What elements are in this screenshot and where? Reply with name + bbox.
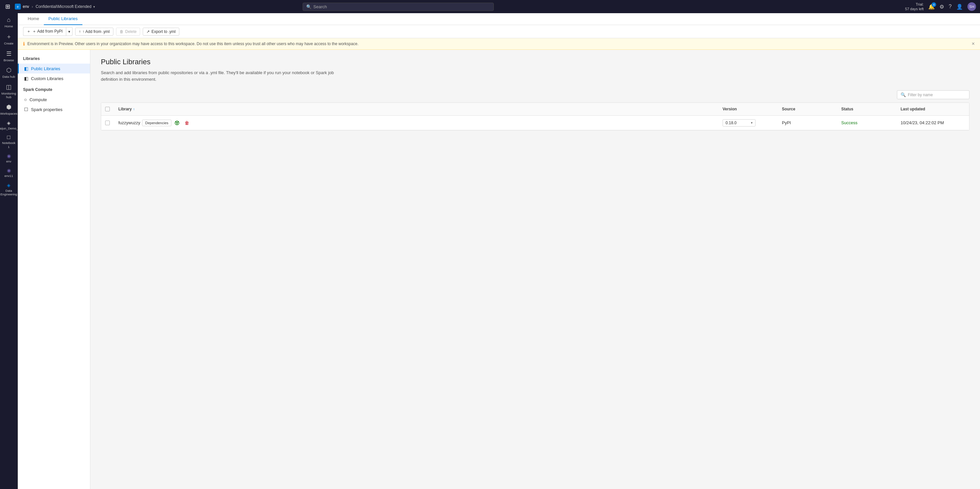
grid-icon[interactable]: ⊞ bbox=[4, 2, 11, 11]
add-from-pypi-button[interactable]: ＋ ＋ Add from PyPI bbox=[23, 27, 66, 36]
top-nav-right: Trial: 57 days left 🔔 4 ⚙ ? 👤 SH bbox=[905, 2, 976, 11]
tab-public-libraries[interactable]: Public Libraries bbox=[44, 13, 83, 25]
export-icon: ↗ bbox=[146, 29, 150, 34]
library-col-label: Library bbox=[118, 107, 132, 111]
search-bar[interactable]: 🔍 bbox=[302, 3, 494, 11]
row-library-cell: fuzzywuzzy Dependencies bbox=[115, 117, 719, 129]
top-navigation: ⊞ e env › Confidential\Microsoft Extende… bbox=[0, 0, 980, 13]
help-icon[interactable]: ? bbox=[949, 4, 951, 10]
page-title: Public Libraries bbox=[101, 58, 969, 66]
custom-libraries-nav-label: Custom Libraries bbox=[31, 76, 63, 81]
row-checkbox[interactable] bbox=[105, 121, 110, 125]
search-input[interactable] bbox=[313, 4, 490, 9]
sidebar-label-workspaces: Workspaces bbox=[0, 112, 17, 115]
delete-button[interactable]: 🗑 Delete bbox=[116, 28, 140, 36]
delete-icon: 🗑 bbox=[120, 29, 124, 34]
select-all-checkbox[interactable] bbox=[105, 107, 110, 111]
nav-item-custom-libraries[interactable]: ◧ Custom Libraries bbox=[18, 73, 90, 83]
row-source-cell: PyPI bbox=[778, 118, 837, 127]
public-libraries-nav-icon: ◧ bbox=[24, 66, 29, 71]
sidebar-label-home: Home bbox=[5, 24, 13, 28]
warning-banner: ℹ Environment is in Preview. Other users… bbox=[18, 38, 980, 50]
sidebar-label-create: Create bbox=[4, 41, 14, 45]
nav-item-compute[interactable]: ○ Compute bbox=[18, 95, 90, 105]
row-actions: Dependencies bbox=[142, 119, 191, 127]
nav-item-public-libraries[interactable]: ◧ Public Libraries bbox=[18, 64, 90, 73]
notification-badge: 4 bbox=[932, 2, 936, 7]
sidebar-label-env11: env11 bbox=[5, 174, 13, 178]
add-from-yml-button[interactable]: ↑ ↑ Add from .yml bbox=[75, 28, 113, 36]
sidebar-item-browse[interactable]: ☰ Browse bbox=[1, 48, 17, 64]
status-badge: Success bbox=[841, 120, 858, 125]
avatar[interactable]: SH bbox=[967, 2, 976, 11]
page-content: Public Libraries Search and add librarie… bbox=[90, 50, 980, 489]
table-toolbar: 🔍 bbox=[101, 90, 969, 99]
sidebar-item-dataeng[interactable]: ◈ Data Engineering bbox=[1, 181, 17, 198]
sidebar-item-notebook1[interactable]: ☐ Notebook 1 bbox=[1, 133, 17, 151]
dependencies-button[interactable]: Dependencies bbox=[142, 120, 171, 126]
add-dependency-button[interactable] bbox=[173, 119, 181, 127]
filter-icon: 🔍 bbox=[900, 92, 906, 97]
sidebar-item-home[interactable]: ⌂ Home bbox=[1, 14, 17, 30]
sidebar-label-dataeng: Data Engineering bbox=[0, 189, 17, 196]
library-sort-icon: ↑ bbox=[133, 108, 135, 111]
chevron-down-icon: ▾ bbox=[68, 29, 70, 34]
filter-input-container[interactable]: 🔍 bbox=[897, 90, 969, 99]
monitoring-icon: ◫ bbox=[6, 83, 11, 90]
compute-icon: ○ bbox=[24, 97, 27, 102]
left-rail: ⌂ Home ＋ Create ☰ Browse ⬡ Data hub ◫ Mo… bbox=[0, 13, 18, 489]
row-checkbox-cell bbox=[101, 119, 115, 127]
dataeng-icon: ◈ bbox=[7, 183, 11, 188]
banner-close-button[interactable]: × bbox=[972, 41, 975, 47]
filter-by-name-input[interactable] bbox=[908, 93, 966, 97]
export-to-yml-button[interactable]: ↗ Export to .yml bbox=[143, 28, 179, 36]
custom-libraries-nav-icon: ◧ bbox=[24, 76, 29, 81]
home-icon: ⌂ bbox=[7, 16, 11, 24]
sidebar-item-workspaces[interactable]: ⬢ Workspaces bbox=[1, 102, 17, 117]
th-library[interactable]: Library ↑ bbox=[115, 105, 719, 113]
search-icon: 🔍 bbox=[306, 4, 312, 9]
sidebar-item-env[interactable]: ◉ env bbox=[1, 151, 17, 165]
settings-icon[interactable]: ⚙ bbox=[939, 4, 944, 10]
account-icon[interactable]: 👤 bbox=[956, 4, 963, 10]
sidebar-item-datahub[interactable]: ⬡ Data hub bbox=[1, 65, 17, 80]
library-name: fuzzywuzzy bbox=[118, 120, 140, 125]
spark-properties-icon: ☐ bbox=[24, 107, 29, 112]
svg-point-4 bbox=[177, 121, 178, 122]
brand-name: Confidential\Microsoft Extended bbox=[36, 4, 91, 9]
brand-area[interactable]: e env › Confidential\Microsoft Extended … bbox=[15, 4, 95, 10]
th-source: Source bbox=[778, 105, 837, 113]
brand-separator: › bbox=[32, 5, 33, 9]
info-icon: ℹ bbox=[23, 41, 25, 46]
shuaijun-icon: ◈ bbox=[7, 120, 11, 125]
browse-icon: ☰ bbox=[6, 50, 11, 57]
dependency-add-icon bbox=[175, 121, 179, 125]
trial-badge: Trial: 57 days left bbox=[905, 2, 924, 11]
app-layout: ⌂ Home ＋ Create ☰ Browse ⬡ Data hub ◫ Mo… bbox=[0, 0, 980, 489]
sidebar-item-shuaijun[interactable]: ◈ Shuaijun_Demo_Env bbox=[1, 118, 17, 132]
sidebar-item-monitoring[interactable]: ◫ Monitoring hub bbox=[1, 81, 17, 101]
upload-icon: ↑ bbox=[79, 29, 81, 34]
env-label: env bbox=[23, 4, 29, 9]
sidebar-item-env11[interactable]: ◉ env11 bbox=[1, 166, 17, 179]
tab-home[interactable]: Home bbox=[23, 13, 44, 25]
version-select[interactable]: 0.18.0 ▾ bbox=[722, 119, 756, 127]
notification-icon[interactable]: 🔔 4 bbox=[928, 4, 935, 10]
nav-item-spark-properties[interactable]: ☐ Spark properties bbox=[18, 105, 90, 114]
add-from-pypi-chevron[interactable]: ▾ bbox=[66, 27, 73, 36]
page-description: Search and add libraries from public rep… bbox=[101, 70, 352, 83]
workspaces-icon: ⬢ bbox=[6, 103, 11, 111]
sidebar-item-create[interactable]: ＋ Create bbox=[1, 31, 17, 47]
brand-chevron-icon[interactable]: ▾ bbox=[93, 5, 95, 9]
row-lastupdated-cell: 10/24/23, 04:22:02 PM bbox=[897, 118, 969, 127]
sidebar-label-env: env bbox=[6, 159, 11, 163]
last-updated-value: 10/24/23, 04:22:02 PM bbox=[900, 120, 944, 125]
add-icon: ＋ bbox=[27, 29, 31, 34]
table-row: fuzzywuzzy Dependencies bbox=[101, 116, 969, 130]
main-content: Libraries ◧ Public Libraries ◧ Custom Li… bbox=[18, 50, 980, 489]
row-status-cell: Success bbox=[837, 118, 897, 127]
compute-nav-label: Compute bbox=[29, 97, 47, 102]
delete-library-button[interactable]: 🗑 bbox=[183, 119, 191, 127]
create-icon: ＋ bbox=[6, 33, 12, 41]
sidebar-label-monitoring: Monitoring hub bbox=[1, 92, 16, 99]
